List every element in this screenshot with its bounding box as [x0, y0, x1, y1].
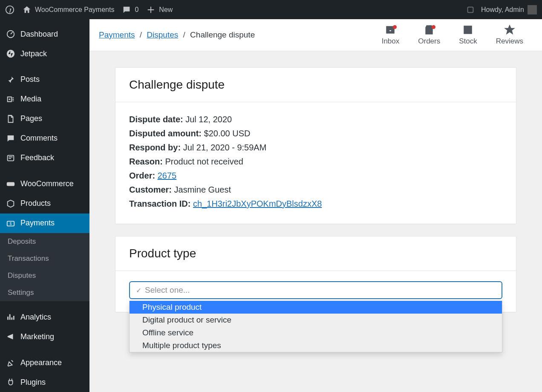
- sidebar-item-label: Media: [20, 95, 41, 104]
- sidebar-item-feedback[interactable]: Feedback: [0, 148, 89, 168]
- howdy-text: Howdy, Admin: [481, 6, 524, 14]
- check-icon: ✓: [136, 286, 141, 294]
- svg-point-3: [7, 50, 14, 58]
- sidebar-subitem-deposits[interactable]: Deposits: [0, 233, 89, 250]
- sidebar-item-label: Jetpack: [20, 49, 47, 58]
- breadcrumb-sep: /: [181, 30, 188, 39]
- sidebar-item-plugins[interactable]: Plugins: [0, 372, 89, 392]
- products-icon: [6, 199, 15, 208]
- breadcrumb-payments[interactable]: Payments: [99, 30, 135, 39]
- media-icon: [6, 95, 15, 104]
- section-title: Product type: [129, 247, 502, 260]
- label-respond: Respond by:: [129, 143, 181, 152]
- value-reason: Product not received: [165, 157, 243, 166]
- avatar: [528, 5, 537, 14]
- stock-icon: [462, 24, 473, 35]
- option-offline[interactable]: Offline service: [130, 326, 502, 339]
- analytics-icon: [6, 312, 15, 322]
- sidebar-item-label: Appearance: [20, 358, 62, 367]
- wp-logo[interactable]: [5, 5, 14, 14]
- value-customer: Jasmine Guest: [174, 185, 231, 194]
- option-physical[interactable]: Physical product: [130, 301, 502, 314]
- site-link[interactable]: WooCommerce Payments: [22, 5, 114, 14]
- svg-rect-10: [469, 26, 472, 29]
- product-type-select[interactable]: ✓ Select one...: [129, 281, 502, 299]
- label-customer: Customer:: [129, 185, 172, 194]
- card-header: Challenge dispute: [115, 68, 516, 102]
- product-type-card: Product type ✓ Select one... Physical pr…: [115, 236, 516, 312]
- sidebar-item-comments[interactable]: Comments: [0, 129, 89, 148]
- admin-bar: WooCommerce Payments 0 New Howdy, Admin: [0, 0, 542, 19]
- sidebar-item-products[interactable]: Products: [0, 194, 89, 213]
- comments-link[interactable]: 0: [122, 5, 138, 14]
- sidebar-subitem-settings[interactable]: Settings: [0, 284, 89, 301]
- shortcut-reviews[interactable]: Reviews: [487, 24, 533, 46]
- shortcut-inbox[interactable]: Inbox: [372, 24, 409, 46]
- sidebar-item-posts[interactable]: Posts: [0, 70, 89, 89]
- label-reason: Reason:: [129, 157, 163, 166]
- sidebar-item-dashboard[interactable]: Dashboard: [0, 24, 89, 44]
- svg-rect-1: [468, 7, 473, 12]
- pages-icon: [6, 114, 15, 124]
- new-link[interactable]: New: [146, 5, 173, 14]
- breadcrumb-disputes[interactable]: Disputes: [147, 30, 178, 39]
- sidebar-item-jetpack[interactable]: Jetpack: [0, 44, 89, 63]
- svg-rect-6: [7, 182, 14, 186]
- home-icon: [22, 5, 32, 14]
- order-link[interactable]: 2675: [158, 171, 177, 180]
- topbar: Payments / Disputes / Challenge dispute …: [89, 19, 542, 51]
- notifications[interactable]: [466, 5, 475, 14]
- bell-icon: [466, 5, 475, 14]
- value-amount: $20.00 USD: [204, 129, 251, 138]
- plus-icon: [146, 5, 156, 14]
- payments-icon: $: [6, 219, 15, 228]
- svg-rect-9: [464, 26, 468, 29]
- value-respond: Jul 21, 2020 - 9:59AM: [183, 143, 267, 152]
- admin-sidebar: Dashboard Jetpack Posts Media Pages: [0, 19, 89, 392]
- sidebar-item-payments[interactable]: $ Payments: [0, 213, 89, 233]
- sidebar-item-label: Plugins: [20, 378, 46, 387]
- sidebar-item-analytics[interactable]: Analytics: [0, 307, 89, 327]
- sidebar-item-appearance[interactable]: Appearance: [0, 353, 89, 372]
- reviews-icon: [504, 24, 515, 35]
- value-dispute-date: Jul 12, 2020: [185, 115, 232, 124]
- pin-icon: [6, 75, 15, 84]
- new-label: New: [159, 6, 173, 14]
- transaction-link[interactable]: ch_1H3ri2JbXyPOKmDyBlsdzxX8: [193, 199, 322, 208]
- marketing-icon: [6, 332, 15, 341]
- sidebar-subitem-transactions[interactable]: Transactions: [0, 250, 89, 267]
- sidebar-subitem-disputes[interactable]: Disputes: [0, 267, 89, 284]
- comment-icon: [122, 5, 131, 14]
- svg-text:$: $: [10, 222, 12, 225]
- breadcrumb: Payments / Disputes / Challenge dispute: [99, 30, 255, 40]
- dispute-card: Challenge dispute Dispute date: Jul 12, …: [115, 67, 516, 224]
- feedback-icon: [6, 153, 15, 163]
- page-title: Challenge dispute: [129, 78, 502, 92]
- select-options: Physical product Digital product or serv…: [129, 301, 502, 352]
- dashboard-icon: [6, 29, 15, 39]
- plugins-icon: [6, 378, 15, 387]
- shortcut-label: Inbox: [382, 37, 400, 46]
- label-order: Order:: [129, 171, 155, 180]
- svg-point-4: [9, 98, 10, 100]
- sidebar-item-media[interactable]: Media: [0, 89, 89, 109]
- shortcut-label: Orders: [418, 37, 440, 46]
- sidebar-item-label: Pages: [20, 114, 42, 123]
- option-multiple[interactable]: Multiple product types: [130, 339, 502, 352]
- shortcut-orders[interactable]: Orders: [409, 24, 450, 46]
- sidebar-item-woocommerce[interactable]: WooCommerce: [0, 174, 89, 194]
- account-link[interactable]: Howdy, Admin: [481, 5, 537, 14]
- svg-rect-12: [469, 30, 472, 34]
- sidebar-item-label: Posts: [20, 75, 40, 84]
- shortcut-stock[interactable]: Stock: [450, 24, 487, 46]
- sidebar-item-label: Feedback: [20, 153, 54, 162]
- option-digital[interactable]: Digital product or service: [130, 314, 502, 326]
- shortcut-label: Stock: [459, 37, 477, 46]
- sidebar-item-marketing[interactable]: Marketing: [0, 327, 89, 346]
- appearance-icon: [6, 358, 15, 367]
- notification-dot: [432, 25, 435, 29]
- breadcrumb-current: Challenge dispute: [190, 30, 255, 39]
- breadcrumb-sep: /: [137, 30, 144, 39]
- sidebar-item-label: Payments: [20, 219, 55, 228]
- sidebar-item-pages[interactable]: Pages: [0, 109, 89, 129]
